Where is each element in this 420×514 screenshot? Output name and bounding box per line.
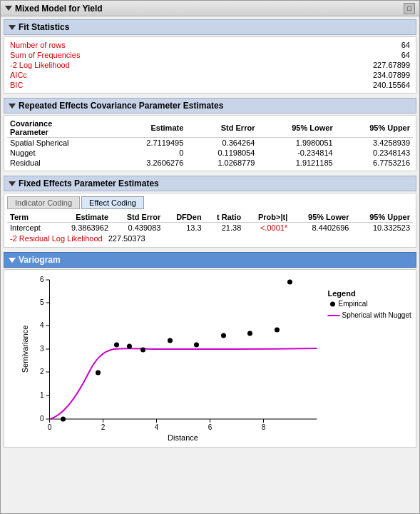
collapse-icon[interactable] [5,6,12,11]
stat-value: 234.07899 [250,70,413,80]
y-tick-0: 0 [40,415,44,423]
stat-label: Number of rows [7,40,250,50]
title-bar: Mixed Model for Yield □ [1,1,419,16]
variogram-section: Variogram 0 [4,252,416,448]
empirical-point [247,331,252,336]
x-tick-0: 0 [48,423,52,431]
variogram-header: Variogram [4,252,416,268]
maximize-button[interactable]: □ [404,3,415,14]
fit-statistics-table: Number of rows 64 Sum of Frequencies 64 … [7,40,413,90]
empirical-point [194,343,199,348]
empirical-point [96,371,101,376]
stat-label: AICc [7,70,250,80]
stat-value: 227.67899 [250,60,413,70]
cell-lower: 1.9121185 [257,158,335,168]
cell-term: Intercept [7,223,55,233]
table-row: Residual 3.2606276 1.0268779 1.9121185 6… [7,158,413,168]
table-row: Sum of Frequencies 64 [7,50,413,60]
empirical-point [114,343,119,348]
x-tick-2: 2 [101,423,106,431]
col-header-param: CovarianceParameter [7,119,115,138]
cell-lower: 8.4402696 [290,223,352,233]
table-row: Number of rows 64 [7,40,413,50]
cell-tratio: 21.38 [205,223,245,233]
main-window: Mixed Model for Yield □ Fit Statistics N… [0,0,420,514]
y-tick-5: 5 [40,298,44,306]
col-header-upper: 95% Upper [352,212,413,223]
stat-value: 64 [250,40,413,50]
variogram-chart: 0 2 4 6 8 Distance 0 [7,273,413,444]
col-header-lower: 95% Lower [290,212,352,223]
cell-prob: <.0001* [244,223,290,233]
col-header-upper: 95% Upper [336,119,413,138]
cell-upper: 0.2348143 [336,148,413,158]
col-header-estimate: Estimate [55,212,111,223]
coding-tabs: Indicator Coding Effect Coding [7,196,413,209]
cell-lower: 1.9980051 [257,138,335,148]
fit-statistics-collapse-icon[interactable] [9,25,16,30]
fixed-effects-title: Fixed Effects Parameter Estimates [19,178,159,188]
col-header-tratio: t Ratio [205,212,245,223]
empirical-point [61,417,66,422]
col-header-estimate: Estimate [115,119,186,138]
resid-value: 227.50373 [108,234,145,243]
repeated-effects-title: Repeated Effects Covariance Parameter Es… [19,101,223,111]
stat-label: BIC [7,80,250,90]
cell-estimate: 2.7119495 [115,138,186,148]
repeated-effects-content: CovarianceParameter Estimate Std Error 9… [4,115,416,171]
variogram-collapse-icon[interactable] [9,258,16,263]
table-header-row: CovarianceParameter Estimate Std Error 9… [7,119,413,138]
x-tick-6: 6 [208,423,212,431]
empirical-point [275,328,280,333]
legend-title: Legend [328,289,356,298]
col-header-stderr: Std Error [111,212,163,223]
fixed-effects-header: Fixed Effects Parameter Estimates [4,176,416,191]
stat-value: 240.15564 [250,80,413,90]
empirical-point [127,344,132,349]
repeated-effects-header: Repeated Effects Covariance Parameter Es… [4,98,416,114]
empirical-point [221,333,226,338]
x-tick-8: 8 [262,423,266,431]
fixed-effects-section: Fixed Effects Parameter Estimates Indica… [4,176,416,248]
x-tick-4: 4 [155,423,159,431]
y-tick-4: 4 [40,321,44,329]
y-tick-6: 6 [40,276,44,283]
tab-effect-coding[interactable]: Effect Coding [81,196,144,209]
cell-estimate: 3.2606276 [115,158,186,168]
fixed-effects-collapse-icon[interactable] [9,181,16,186]
col-header-term: Term [7,212,55,223]
cell-param: Spatial Spherical [7,138,115,148]
legend-empirical-label: Empirical [339,300,368,308]
repeated-effects-table: CovarianceParameter Estimate Std Error 9… [7,119,413,168]
cell-estimate: 0 [115,148,186,158]
y-tick-3: 3 [40,345,44,353]
cell-upper: 6.7753216 [336,158,413,168]
empirical-point [140,348,145,353]
cell-estimate: 9.3863962 [55,223,111,233]
table-row: BIC 240.15564 [7,80,413,90]
col-header-dfden: DFDen [163,212,204,223]
table-row: -2 Log Likelihood 227.67899 [7,60,413,70]
fixed-effects-content: Indicator Coding Effect Coding Term Esti… [4,193,416,248]
table-row: Intercept 9.3863962 0.439083 13.3 21.38 … [7,223,413,233]
cell-dfden: 13.3 [163,223,204,233]
y-axis-label: Semivariance [21,326,29,373]
cell-param: Nugget [7,148,115,158]
tab-indicator-coding[interactable]: Indicator Coding [7,196,80,209]
title-bar-left: Mixed Model for Yield [5,4,103,14]
cell-upper: 10.332523 [352,223,413,233]
fit-statistics-section: Fit Statistics Number of rows 64 Sum of … [4,19,416,94]
cell-stderr: 0.1198054 [186,148,257,158]
window-title: Mixed Model for Yield [15,4,103,14]
legend-spherical-label: Spherical with Nugget [342,311,411,319]
stat-label: Sum of Frequencies [7,50,250,60]
repeated-effects-collapse-icon[interactable] [9,104,16,109]
y-tick-1: 1 [40,391,44,399]
spherical-curve [50,348,317,419]
main-content: Fit Statistics Number of rows 64 Sum of … [1,16,419,513]
x-axis-label: Distance [168,433,198,442]
empirical-point [287,280,292,285]
cell-stderr: 1.0268779 [186,158,257,168]
cell-upper: 3.4258939 [336,138,413,148]
col-header-prob: Prob>|t| [244,212,290,223]
